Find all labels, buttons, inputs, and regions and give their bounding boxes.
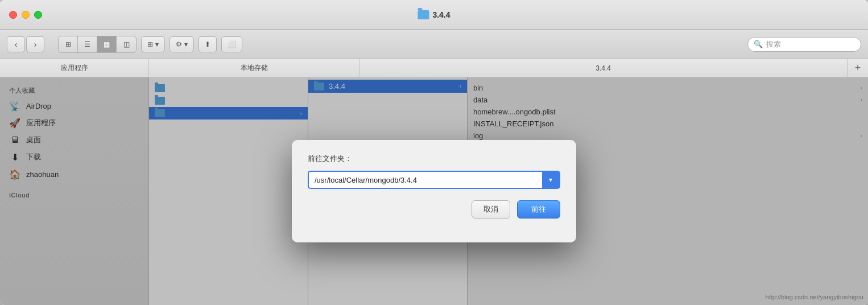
tag-icon: ⬜ [228,40,236,48]
share-icon: ⬆ [205,40,210,48]
title-center: 3.4.4 [418,10,450,19]
group-button[interactable]: ⊞ ▾ [141,36,165,52]
view-controls: ⊞ ☰ ▦ ◫ [58,36,137,53]
col-header-add[interactable]: + [848,59,868,77]
icon-view-button[interactable]: ⊞ [59,36,78,52]
search-icon: 🔍 [754,40,763,48]
modal-buttons: 取消 前往 [308,200,560,219]
tag-button[interactable]: ⬜ [221,36,242,52]
modal-title: 前往文件夹： [308,154,560,164]
close-button[interactable] [9,11,17,19]
back-button[interactable]: ‹ [7,36,25,52]
window-title: 3.4.4 [432,10,450,19]
cover-view-button[interactable]: ◫ [117,36,136,52]
goto-folder-dialog: 前往文件夹： ▾ 取消 前往 [292,140,576,242]
modal-input-row: ▾ [308,171,560,189]
dropdown-button[interactable]: ▾ [542,171,560,189]
share-button[interactable]: ⬆ [199,36,217,52]
group-dropdown-icon: ▾ [155,40,159,48]
group-icon: ⊞ [147,40,153,48]
title-folder-icon [418,10,429,19]
path-input[interactable] [308,171,542,189]
main-content: 个人收藏 📡 AirDrop 🚀 应用程序 🖥 桌面 ⬇ 下载 🏠 zhaohu… [0,77,868,305]
col-header-applications[interactable]: 应用程序 [0,59,149,77]
column-headers: 应用程序 本地存储 3.4.4 + [0,59,868,77]
title-bar: 3.4.4 [0,0,868,30]
goto-button[interactable]: 前往 [517,200,560,219]
action-button[interactable]: ⚙ ▾ [170,36,194,52]
gear-icon: ⚙ [176,40,182,48]
minimize-button[interactable] [22,11,30,19]
cancel-button[interactable]: 取消 [472,200,510,219]
maximize-button[interactable] [34,11,42,19]
modal-overlay: 前往文件夹： ▾ 取消 前往 [0,77,868,305]
col-header-local-storage[interactable]: 本地存储 [149,59,359,77]
column-view-button[interactable]: ▦ [97,36,117,52]
action-dropdown-icon: ▾ [184,40,188,48]
search-placeholder: 搜索 [766,39,781,50]
list-view-button[interactable]: ☰ [78,36,97,52]
search-box[interactable]: 🔍 搜索 [747,37,861,52]
col-header-version[interactable]: 3.4.4 [359,59,848,77]
forward-button[interactable]: › [26,36,44,52]
finder-window: 3.4.4 ‹ › ⊞ ☰ ▦ ◫ ⊞ ▾ ⚙ ▾ ⬆ ⬜ 🔍 [0,0,868,305]
nav-buttons: ‹ › [7,36,44,52]
toolbar: ‹ › ⊞ ☰ ▦ ◫ ⊞ ▾ ⚙ ▾ ⬆ ⬜ 🔍 搜索 [0,30,868,59]
traffic-lights [9,11,42,19]
